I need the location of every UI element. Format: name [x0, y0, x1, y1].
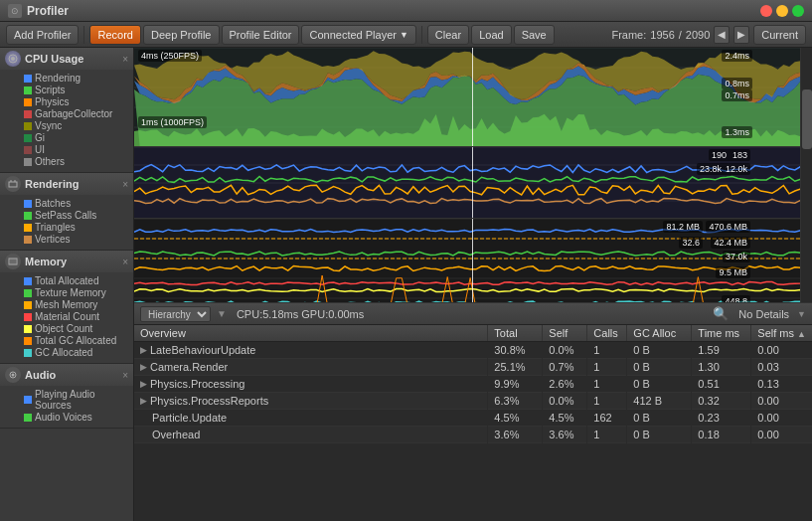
memory-playhead	[472, 219, 473, 302]
frame-prev-button[interactable]: ◀	[714, 26, 730, 44]
legend-label-gi: Gi	[35, 132, 45, 143]
legend-gi: Gi	[24, 132, 128, 143]
record-button[interactable]: Record	[89, 25, 140, 45]
cell-self: 0.0%	[543, 342, 587, 359]
cell-self-ms: 0.00	[751, 427, 812, 443]
table-row[interactable]: Overhead 3.6% 3.6% 1 0 B 0.18 0.00	[134, 427, 812, 443]
frame-current-button[interactable]: Current	[753, 25, 806, 45]
cpu-usage-icon	[5, 51, 21, 67]
table-row[interactable]: ▶ LateBehaviourUpdate 30.8% 0.0% 1 0 B 1…	[134, 342, 812, 359]
save-button[interactable]: Save	[514, 25, 555, 45]
minimize-button[interactable]	[776, 5, 788, 17]
cell-calls: 1	[587, 359, 627, 376]
close-button[interactable]	[760, 5, 772, 17]
cpu-usage-section: CPU Usage × Rendering Scripts Physics	[0, 48, 133, 173]
cell-self-ms: 0.00	[751, 393, 812, 410]
legend-color-total-gc	[24, 337, 32, 345]
profile-editor-button[interactable]: Profile Editor	[222, 25, 300, 45]
add-profiler-button[interactable]: Add Profiler	[6, 25, 79, 45]
table-row[interactable]: ▶ Physics.Processing 9.9% 2.6% 1 0 B 0.5…	[134, 376, 812, 393]
profiler-table: Overview Total Self Calls GC Alloc Time …	[134, 325, 812, 521]
cell-self: 3.6%	[543, 427, 587, 443]
cell-total: 9.9%	[488, 376, 543, 393]
legend-color-tex-mem	[24, 289, 32, 297]
legend-label-mesh-mem: Mesh Memory	[35, 299, 97, 310]
table-row[interactable]: ▶ Camera.Render 25.1% 0.7% 1 0 B 1.30 0.…	[134, 359, 812, 376]
memory-header[interactable]: Memory ×	[0, 251, 133, 272]
legend-ui: UI	[24, 144, 128, 155]
expand-arrow[interactable]: ▶	[140, 396, 147, 406]
legend-label-material-count: Material Count	[35, 311, 99, 322]
cell-gc-alloc: 412 B	[627, 393, 692, 410]
cpu-chart-panel: 4ms (250FPS) 2.4ms 0.8ms 0.7ms 1ms (1000…	[134, 48, 812, 147]
legend-color-gi	[24, 134, 32, 142]
expand-arrow[interactable]: ▶	[140, 345, 147, 355]
legend-object-count: Object Count	[24, 323, 128, 334]
cpu-usage-close[interactable]: ×	[122, 54, 128, 65]
legend-color-rendering	[24, 75, 32, 83]
cell-self-ms: 0.03	[751, 359, 812, 376]
memory-label4: 32.6	[679, 237, 703, 249]
cell-self: 4.5%	[543, 410, 587, 427]
legend-label-audio-voices: Audio Voices	[35, 412, 92, 423]
frame-next-button[interactable]: ▶	[733, 26, 749, 44]
connected-player-dropdown-icon: ▼	[400, 30, 408, 40]
no-details-dropdown-icon: ▼	[797, 309, 806, 319]
cell-name: ▶ Physics.Processing	[134, 376, 488, 393]
legend-label-batches: Batches	[35, 198, 71, 209]
cell-total: 3.6%	[488, 427, 543, 443]
connected-player-button[interactable]: Connected Player ▼	[301, 25, 415, 45]
maximize-button[interactable]	[792, 5, 804, 17]
legend-label-tex-mem: Texture Memory	[35, 287, 106, 298]
audio-legend: Playing Audio Sources Audio Voices	[0, 386, 133, 428]
cell-time-ms: 0.51	[692, 376, 751, 393]
search-icon[interactable]: 🔍	[713, 306, 729, 321]
audio-close[interactable]: ×	[122, 370, 128, 381]
cell-self-ms: 0.13	[751, 376, 812, 393]
audio-header[interactable]: Audio ×	[0, 364, 133, 386]
legend-triangles: Triangles	[24, 222, 128, 233]
legend-color-gc	[24, 110, 32, 118]
left-panel: CPU Usage × Rendering Scripts Physics	[0, 48, 134, 521]
chart-scrollbar-thumb[interactable]	[802, 89, 812, 149]
legend-label-gc: GarbageCollector	[35, 108, 112, 119]
expand-arrow[interactable]: ▶	[140, 379, 147, 389]
legend-color-object-count	[24, 325, 32, 333]
legend-label-object-count: Object Count	[35, 323, 92, 334]
memory-close[interactable]: ×	[122, 257, 128, 267]
cell-total: 6.3%	[488, 393, 543, 410]
legend-vsync: Vsync	[24, 120, 128, 131]
table-row[interactable]: Particle.Update 4.5% 4.5% 162 0 B 0.23 0…	[134, 410, 812, 427]
legend-rendering: Rendering	[24, 73, 128, 84]
no-details-label: No Details	[738, 308, 789, 320]
col-self: Self	[543, 325, 587, 342]
row-name: LateBehaviourUpdate	[150, 344, 255, 356]
cell-calls: 162	[587, 410, 627, 427]
legend-material-count: Material Count	[24, 311, 128, 322]
cpu-usage-title: CPU Usage	[25, 53, 83, 65]
rendering-label4: 12.0k	[726, 164, 747, 174]
deep-profile-button[interactable]: Deep Profile	[143, 25, 220, 45]
memory-title: Memory	[25, 256, 67, 267]
frame-current: 1956	[650, 29, 674, 41]
legend-label-gc-alloc: GC Allocated	[35, 347, 92, 358]
rendering-close[interactable]: ×	[122, 179, 128, 190]
rendering-header[interactable]: Rendering ×	[0, 173, 133, 195]
load-button[interactable]: Load	[471, 25, 511, 45]
table-row[interactable]: ▶ Physics.ProcessReports 6.3% 0.0% 1 412…	[134, 393, 812, 410]
expand-arrow[interactable]: ▶	[140, 362, 147, 372]
col-calls: Calls	[587, 325, 627, 342]
chart-scrollbar[interactable]	[800, 48, 812, 302]
col-total: Total	[488, 325, 543, 342]
legend-color-triangles	[24, 224, 32, 232]
legend-total-alloc: Total Allocated	[24, 275, 128, 286]
title-bar: ⊙ Profiler	[0, 0, 812, 22]
hierarchy-select[interactable]: Hierarchy	[140, 306, 211, 322]
cell-total: 30.8%	[488, 342, 543, 359]
clear-button[interactable]: Clear	[427, 25, 469, 45]
legend-mesh-mem: Mesh Memory	[24, 299, 128, 310]
cpu-usage-header[interactable]: CPU Usage ×	[0, 48, 133, 70]
cell-gc-alloc: 0 B	[627, 342, 692, 359]
cpu-label4: 0.7ms	[722, 89, 752, 101]
legend-vertices: Vertices	[24, 234, 128, 245]
